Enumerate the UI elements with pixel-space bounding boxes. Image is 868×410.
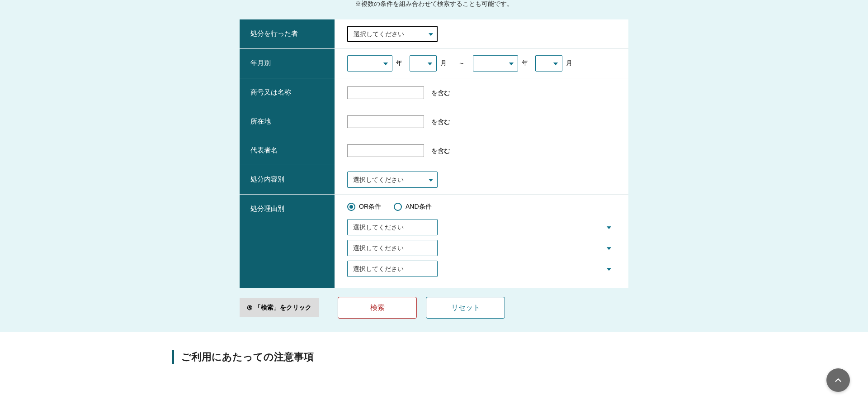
row-disposition-type: 処分内容別 選択してください [240,165,628,195]
row-representative: 代表者名 を含む [240,136,628,165]
select-end-month[interactable] [535,55,562,72]
select-wrap-reason-1: 選択してください [347,219,616,235]
cell-representative: を含む [335,136,628,165]
suffix-address: を含む [431,118,450,125]
notice-heading: ご利用にあたっての注意事項 [172,350,696,364]
select-wrap-reason-2: 選択してください [347,240,616,256]
label-processor: 処分を行った者 [240,19,335,49]
label-by-month: 年月別 [240,49,335,78]
row-by-month: 年月別 年 月 ～ [240,49,628,78]
label-start-month-suffix: 月 [440,59,447,67]
cell-reason: OR条件 AND条件 選択してください [335,195,628,288]
search-form-table: 処分を行った者 選択してください 年月別 年 [240,19,628,288]
label-address: 所在地 [240,107,335,136]
reset-button[interactable]: リセット [426,297,505,319]
label-representative: 代表者名 [240,136,335,165]
step-text: 「検索」をクリック [255,304,311,312]
select-wrap-reason-3: 選択してください [347,261,616,277]
radio-or-condition[interactable]: OR条件 [347,203,381,211]
row-company-name: 商号又は名称 を含む [240,78,628,107]
select-start-month[interactable] [410,55,437,72]
row-reason: 処分理由別 OR条件 AND条件 [240,195,628,288]
select-wrap-end-month [535,55,562,72]
radio-and-icon [394,203,402,211]
select-reason-1[interactable]: 選択してください [347,219,438,235]
step-row: ⑤ 「検索」をクリック 検索 リセット [240,297,628,319]
radio-and-label: AND条件 [406,203,432,211]
step-connector-line [319,308,338,308]
select-disposition-type[interactable]: 選択してください [347,172,438,188]
cell-disposition-type: 選択してください [335,165,628,195]
input-representative[interactable] [347,144,424,157]
label-disposition-type: 処分内容別 [240,165,335,195]
cell-address: を含む [335,107,628,136]
date-range-separator: ～ [458,59,465,67]
select-wrap-disposition-type: 選択してください [347,172,438,188]
input-address[interactable] [347,115,424,128]
label-reason: 処分理由別 [240,195,335,288]
radio-and-condition[interactable]: AND条件 [394,203,432,211]
cell-processor: 選択してください [335,19,628,49]
radio-or-label: OR条件 [359,203,381,211]
row-processor: 処分を行った者 選択してください [240,19,628,49]
select-processor[interactable]: 選択してください [347,26,438,42]
select-reason-3[interactable]: 選択してください [347,261,438,277]
select-wrap-start-month [410,55,437,72]
cell-company-name: を含む [335,78,628,107]
chevron-up-icon [833,375,843,382]
select-wrap-processor: 選択してください [347,26,438,42]
label-start-year-suffix: 年 [396,59,402,67]
select-start-year[interactable] [347,55,392,72]
select-reason-2[interactable]: 選択してください [347,240,438,256]
step-number: ⑤ [247,304,253,311]
suffix-representative: を含む [431,147,450,154]
label-end-year-suffix: 年 [522,59,528,67]
search-button[interactable]: 検索 [338,297,417,319]
suffix-company-name: を含む [431,89,450,96]
label-company-name: 商号又は名称 [240,78,335,107]
select-wrap-end-year [473,55,518,72]
select-wrap-start-year [347,55,392,72]
label-end-month-suffix: 月 [566,59,572,67]
cell-by-month: 年 月 ～ 年 月 [335,49,628,78]
top-note-text: ※複数の条件を組み合わせて検索することも可能です。 [0,0,868,19]
input-company-name[interactable] [347,86,424,99]
step-instruction-box: ⑤ 「検索」をクリック [240,298,319,317]
row-address: 所在地 を含む [240,107,628,136]
select-end-year[interactable] [473,55,518,72]
radio-or-icon [347,203,355,211]
